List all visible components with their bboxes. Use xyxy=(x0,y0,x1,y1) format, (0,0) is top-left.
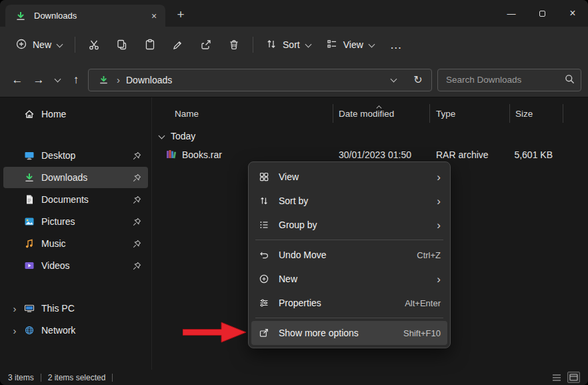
search-input[interactable] xyxy=(446,75,565,85)
share-button[interactable] xyxy=(192,33,220,57)
breadcrumb-separator: › xyxy=(117,74,120,85)
submenu-chevron-icon: › xyxy=(437,196,441,207)
copy-button[interactable] xyxy=(108,33,136,57)
sidebar-item-label: Pictures xyxy=(41,216,129,227)
sort-button[interactable]: Sort xyxy=(258,33,319,57)
paste-button[interactable] xyxy=(136,33,164,57)
tab-downloads[interactable]: Downloads × xyxy=(5,5,165,27)
sidebar-item-music[interactable]: Music xyxy=(3,233,148,254)
maximize-button[interactable] xyxy=(527,0,557,27)
videos-icon xyxy=(22,260,37,271)
maximize-icon xyxy=(539,11,545,17)
cut-button[interactable] xyxy=(80,33,108,57)
forward-button[interactable]: → xyxy=(28,69,49,91)
submenu-chevron-icon: › xyxy=(437,171,441,183)
search-icon[interactable] xyxy=(565,74,575,86)
new-button[interactable]: New xyxy=(8,33,70,57)
recent-locations-button[interactable] xyxy=(49,69,65,91)
chevron-down-icon xyxy=(55,77,61,83)
menu-item-label: Show more options xyxy=(279,328,395,338)
view-toggles xyxy=(551,372,580,383)
cut-icon xyxy=(88,39,100,51)
file-explorer-window: Downloads × + — × New xyxy=(0,0,588,385)
sidebar-item-downloads[interactable]: Downloads xyxy=(3,167,148,188)
titlebar: Downloads × + — × xyxy=(0,0,588,27)
search-box[interactable] xyxy=(437,69,581,91)
sidebar-item-label: Downloads xyxy=(41,172,129,183)
menu-item-show-more-options[interactable]: Show more options Shift+F10 xyxy=(251,321,447,345)
copy-icon xyxy=(116,39,128,51)
menu-item-new[interactable]: New › xyxy=(251,267,447,291)
properties-icon xyxy=(257,298,271,308)
documents-icon xyxy=(22,194,37,205)
details-view-button[interactable] xyxy=(551,372,563,383)
column-header-date-modified[interactable]: Date modified xyxy=(333,104,430,123)
paste-icon xyxy=(144,39,156,51)
view-icon xyxy=(326,38,338,52)
breadcrumb-location[interactable]: Downloads xyxy=(126,75,172,85)
sort-button-label: Sort xyxy=(283,39,300,50)
sidebar-item-network[interactable]: › Network xyxy=(3,320,148,341)
minimize-button[interactable]: — xyxy=(496,0,527,27)
rar-archive-icon xyxy=(165,149,177,161)
refresh-button[interactable]: ↻ xyxy=(409,71,427,89)
menu-shortcut: Ctrl+Z xyxy=(417,250,441,260)
column-header-type[interactable]: Type xyxy=(430,104,510,123)
sidebar-item-videos[interactable]: Videos xyxy=(3,255,148,276)
menu-item-sort-by[interactable]: Sort by › xyxy=(251,189,447,213)
menu-item-properties[interactable]: Properties Alt+Enter xyxy=(251,291,447,315)
network-icon xyxy=(22,325,37,336)
large-icons-view-button[interactable] xyxy=(567,372,580,383)
menu-separator xyxy=(255,318,443,318)
sidebar-item-home[interactable]: Home xyxy=(3,103,148,125)
view-button-label: View xyxy=(343,39,363,50)
column-label: Date modified xyxy=(339,109,394,119)
sidebar-item-this-pc[interactable]: › This PC xyxy=(3,298,148,319)
column-header-name[interactable]: Name xyxy=(152,104,333,123)
downloads-icon xyxy=(22,172,37,183)
sidebar-item-desktop[interactable]: Desktop xyxy=(3,145,148,166)
context-menu: View › Sort by › Group by › Undo Move Ct… xyxy=(248,161,451,348)
menu-item-label: Properties xyxy=(279,298,397,308)
column-label: Type xyxy=(436,109,455,119)
file-name: Books.rar xyxy=(182,149,222,160)
menu-item-label: Undo Move xyxy=(279,250,409,260)
downloads-icon xyxy=(13,11,28,21)
group-header-today[interactable]: Today xyxy=(159,131,588,141)
menu-item-label: View xyxy=(279,171,429,182)
pin-icon xyxy=(129,240,144,248)
pin-icon xyxy=(129,151,144,160)
view-button[interactable]: View xyxy=(319,33,382,57)
column-header-size[interactable]: Size xyxy=(510,104,563,123)
sidebar-item-pictures[interactable]: Pictures xyxy=(3,211,148,232)
sidebar-item-documents[interactable]: Documents xyxy=(3,189,148,210)
expand-chevron-icon[interactable]: › xyxy=(7,325,22,336)
up-button[interactable]: ↑ xyxy=(65,69,87,91)
sidebar-item-label: Music xyxy=(41,238,129,249)
collapse-chevron-icon[interactable] xyxy=(159,133,165,139)
status-separator xyxy=(41,374,41,382)
share-icon xyxy=(200,39,212,51)
new-tab-button[interactable]: + xyxy=(171,5,191,24)
back-button[interactable]: ← xyxy=(7,69,28,91)
address-dropdown-button[interactable] xyxy=(384,71,403,89)
tab-title: Downloads xyxy=(34,11,141,21)
file-name-cell[interactable]: Books.rar xyxy=(152,149,333,161)
expand-chevron-icon[interactable]: › xyxy=(7,303,22,314)
menu-item-group-by[interactable]: Group by › xyxy=(251,213,447,237)
rename-button[interactable] xyxy=(164,33,192,57)
address-bar[interactable]: › Downloads ↻ xyxy=(88,69,432,91)
downloads-icon xyxy=(96,75,111,85)
chevron-down-icon xyxy=(391,77,397,83)
menu-item-view[interactable]: View › xyxy=(251,165,447,189)
desktop-icon xyxy=(22,150,37,161)
see-more-button[interactable]: … xyxy=(382,35,411,55)
tab-close-icon[interactable]: × xyxy=(147,9,161,23)
sort-ascending-icon xyxy=(377,105,381,109)
delete-button[interactable] xyxy=(220,33,248,57)
pin-icon xyxy=(129,262,144,270)
menu-item-undo-move[interactable]: Undo Move Ctrl+Z xyxy=(251,243,447,267)
column-headers: Name Date modified Type Size xyxy=(152,104,588,123)
close-button[interactable]: × xyxy=(557,0,588,27)
menu-shortcut: Alt+Enter xyxy=(405,298,441,308)
